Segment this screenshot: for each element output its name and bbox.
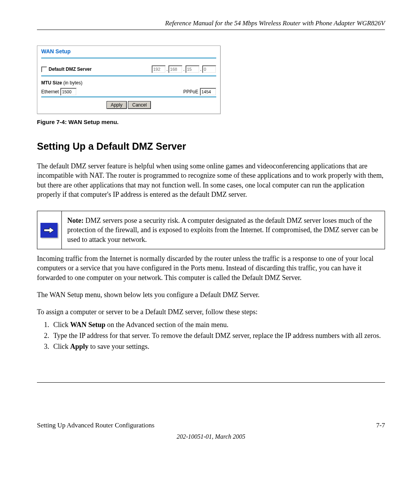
step-bold: WAN Setup (70, 321, 106, 329)
footer-row: Setting Up Advanced Router Configuration… (37, 422, 385, 429)
figure-caption: Figure 7-4: WAN Setup menu. (37, 119, 385, 125)
mtu-heading: MTU Size (in bytes) (41, 80, 216, 86)
svg-marker-0 (44, 227, 54, 233)
body-paragraph: Incoming traffic from the Internet is no… (37, 254, 385, 282)
page-header-title: Reference Manual for the 54 Mbps Wireles… (37, 19, 385, 27)
dmz-checkbox[interactable] (41, 66, 47, 72)
ip-octet-2[interactable] (168, 65, 182, 73)
arrow-right-icon (40, 223, 58, 238)
mtu-row: Ethernet PPPoE (41, 88, 216, 96)
divider (41, 58, 216, 58)
dmz-row: Default DMZ Server . . . (41, 65, 216, 73)
ethernet-label: Ethernet (41, 89, 59, 94)
body-paragraph: The WAN Setup menu, shown below lets you… (37, 290, 385, 299)
step-text: Click (53, 321, 70, 329)
note-icon-cell (37, 211, 61, 249)
divider (41, 75, 216, 76)
step-text: on the Advanced section of the main menu… (105, 321, 228, 329)
note-label: Note: (67, 217, 84, 224)
pppoe-label: PPPoE (183, 89, 198, 94)
note-box: Note: DMZ servers pose a security risk. … (37, 211, 385, 249)
note-body: DMZ servers pose a security risk. A comp… (67, 217, 378, 243)
footer-left: Setting Up Advanced Router Configuration… (37, 422, 154, 429)
body-paragraph: The default DMZ server feature is helpfu… (37, 161, 385, 199)
mtu-units: (in bytes) (63, 80, 82, 86)
step-bold: Apply (70, 343, 89, 350)
ip-octet-4[interactable] (202, 65, 216, 73)
apply-button[interactable]: Apply (107, 101, 127, 109)
header-rule (37, 30, 385, 30)
ip-octet-3[interactable] (186, 65, 200, 73)
dot: . (183, 66, 184, 72)
dmz-ip-group: . . . (152, 65, 216, 73)
footer-rule (37, 382, 385, 383)
step-item: Type the IP address for that server. To … (51, 331, 385, 340)
wan-setup-panel: WAN Setup Default DMZ Server . . . MTU S… (37, 46, 220, 114)
step-item: Click WAN Setup on the Advanced section … (51, 320, 385, 329)
steps-list: Click WAN Setup on the Advanced section … (37, 320, 385, 352)
dot: . (200, 66, 201, 72)
footer-page-number: 7-7 (376, 422, 385, 429)
note-text: Note: DMZ servers pose a security risk. … (61, 211, 385, 249)
ip-octet-1[interactable] (152, 65, 166, 73)
step-item: Click Apply to save your settings. (51, 342, 385, 351)
step-text: Click (53, 343, 70, 350)
panel-title: WAN Setup (41, 48, 216, 54)
dmz-label: Default DMZ Server (49, 66, 92, 72)
section-heading: Setting Up a Default DMZ Server (37, 141, 385, 152)
divider (41, 96, 216, 97)
footer-docnum: 202-10051-01, March 2005 (37, 433, 385, 440)
pppoe-mtu-input[interactable] (200, 88, 216, 96)
cancel-button[interactable]: Cancel (128, 101, 151, 109)
mtu-label: MTU Size (41, 80, 62, 86)
body-paragraph: To assign a computer or server to be a D… (37, 307, 385, 317)
step-text: to save your settings. (89, 343, 149, 350)
dot: . (166, 66, 168, 72)
ethernet-mtu-input[interactable] (60, 88, 77, 96)
